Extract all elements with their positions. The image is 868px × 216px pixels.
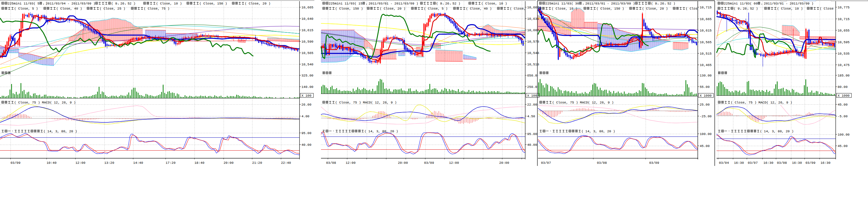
svg-text:( Close, 10 ): ( Close, 10 ) bbox=[552, 7, 577, 10]
svg-text:( Close, 75 ): ( Close, 75 ) bbox=[144, 7, 169, 10]
svg-text:( Close, 75 ) MACD( 12, 26,: ( Close, 75 ) MACD( 12, 26, 9 ) bbox=[335, 101, 397, 104]
svg-text:( 14, 3, 80, 20 ): ( 14, 3, 80, 20 ) bbox=[760, 130, 794, 133]
svg-text:185.00: 185.00 bbox=[838, 74, 850, 77]
svg-text:03/09: 03/09 bbox=[424, 161, 434, 165]
svg-text:325.00: 325.00 bbox=[302, 74, 313, 77]
svg-text:10,665: 10,665 bbox=[700, 17, 712, 21]
svg-text:( Close, 75 ) MACD( 12, 26,: ( Close, 75 ) MACD( 12, 26, 9 ) bbox=[552, 101, 614, 104]
svg-text:10,665: 10,665 bbox=[302, 6, 313, 9]
svg-text:22:40: 22:40 bbox=[281, 161, 291, 165]
svg-text:225mini 11/03( 60: 225mini 11/03( 60 bbox=[724, 2, 758, 5]
svg-text:2011/03/04 - 2011/03/09 ): 2011/03/04 - 2011/03/09 ) bbox=[46, 2, 95, 5]
svg-text:2011/03/01 - 2011/03/09 ): 2011/03/01 - 2011/03/09 ) bbox=[369, 2, 418, 5]
svg-text:80.00: 80.00 bbox=[838, 85, 847, 89]
svg-text:( 9: ( 9 bbox=[734, 7, 740, 10]
svg-text:( Close: ( Close bbox=[819, 7, 833, 10]
svg-text:-5.00: -5.00 bbox=[838, 115, 847, 118]
svg-text:52 ): 52 ) bbox=[667, 2, 675, 5]
svg-text:03/08: 03/08 bbox=[326, 161, 336, 165]
svg-text:03/04: 03/04 bbox=[719, 161, 729, 165]
svg-text:( Close, 150 ): ( Close, 150 ) bbox=[335, 7, 363, 10]
svg-text:( Close, 40 ): ( Close, 40 ) bbox=[466, 7, 492, 10]
svg-text:X 1000: X 1000 bbox=[838, 94, 850, 98]
svg-text:26.00: 26.00 bbox=[302, 103, 311, 107]
svg-text:( 14, 3, 80, 20 ): ( 14, 3, 80, 20 ) bbox=[43, 130, 77, 133]
svg-text:03/09: 03/09 bbox=[805, 161, 815, 165]
svg-text:16:30: 16:30 bbox=[792, 161, 802, 165]
svg-text:95.00: 95.00 bbox=[527, 132, 537, 136]
svg-text:18:40: 18:40 bbox=[194, 161, 205, 165]
svg-text:16:30: 16:30 bbox=[734, 161, 744, 165]
svg-text:10,465: 10,465 bbox=[700, 63, 712, 67]
svg-text:140.00: 140.00 bbox=[302, 85, 313, 89]
svg-text:( 14, 3, 80, 20 ): ( 14, 3, 80, 20 ) bbox=[364, 130, 398, 133]
svg-text:45.00: 45.00 bbox=[838, 103, 847, 107]
svg-text:10,590: 10,590 bbox=[302, 40, 313, 43]
svg-text:( Close, 20 ): ( Close, 20 ) bbox=[642, 7, 668, 10]
svg-text:03/08: 03/08 bbox=[777, 161, 787, 165]
svg-text:40.00: 40.00 bbox=[527, 143, 537, 147]
svg-text:10,565: 10,565 bbox=[700, 40, 712, 44]
svg-text:26: 26 bbox=[743, 7, 747, 10]
svg-text:10,475: 10,475 bbox=[838, 63, 850, 67]
svg-text:03/07: 03/07 bbox=[541, 161, 551, 165]
svg-text:250.0: 250.0 bbox=[527, 85, 537, 89]
svg-text:( Close, 25 ): ( Close, 25 ) bbox=[99, 7, 125, 10]
svg-text:20:00: 20:00 bbox=[499, 161, 509, 165]
svg-text:( Close, 5 ): ( Close, 5 ) bbox=[14, 7, 38, 10]
svg-text:52 ): 52 ) bbox=[452, 2, 460, 5]
svg-text:12:00: 12:00 bbox=[346, 161, 355, 165]
svg-text:10,715: 10,715 bbox=[838, 17, 850, 21]
svg-text:52 ): 52 ) bbox=[750, 7, 758, 10]
svg-text:10,515: 10,515 bbox=[700, 52, 712, 56]
svg-text:( 14, 3, 80, 20 ): ( 14, 3, 80, 20 ) bbox=[581, 130, 615, 133]
svg-text:45.00: 45.00 bbox=[700, 144, 710, 148]
svg-text:10,540: 10,540 bbox=[302, 63, 313, 66]
svg-text:( 9: ( 9 bbox=[436, 2, 442, 5]
svg-text:55.00: 55.00 bbox=[700, 85, 710, 89]
svg-text:( Close, 10 ): ( Close, 10 ) bbox=[156, 2, 182, 5]
svg-text:2011/03/01 - 2011/03/09 ): 2011/03/01 - 2011/03/09 ) bbox=[586, 2, 635, 5]
svg-text:10,640: 10,640 bbox=[302, 17, 313, 21]
svg-text:16:30: 16:30 bbox=[820, 161, 831, 165]
svg-text:( Clos: ( Clos bbox=[686, 7, 698, 10]
svg-text:X 100: X 100 bbox=[527, 94, 537, 98]
svg-text:16:30: 16:30 bbox=[764, 161, 773, 165]
svg-text:40.00: 40.00 bbox=[302, 143, 311, 147]
svg-text:12:00: 12:00 bbox=[449, 161, 459, 165]
svg-text:( Close, 5 ): ( Close, 5 ) bbox=[424, 7, 447, 10]
svg-text:95.00: 95.00 bbox=[302, 132, 311, 135]
svg-text:( Close, 75 ) MACD( 12, 26,: ( Close, 75 ) MACD( 12, 26, 9 ) bbox=[14, 101, 76, 104]
svg-text:( Close, 20 ): ( Close, 20 ) bbox=[245, 2, 271, 5]
svg-text:4.00: 4.00 bbox=[302, 115, 309, 118]
svg-text:100.00: 100.00 bbox=[700, 132, 712, 136]
svg-text:22.00: 22.00 bbox=[527, 103, 537, 107]
svg-text:225mini 11/03( 5: 225mini 11/03( 5 bbox=[8, 2, 40, 5]
svg-text:10,615: 10,615 bbox=[302, 29, 313, 32]
svg-text:13:20: 13:20 bbox=[104, 161, 114, 165]
svg-text:10,565: 10,565 bbox=[302, 51, 313, 55]
svg-text:10,655: 10,655 bbox=[838, 29, 850, 32]
svg-text:10,715: 10,715 bbox=[700, 6, 712, 9]
svg-text:14:40: 14:40 bbox=[133, 161, 143, 165]
svg-text:26: 26 bbox=[121, 2, 124, 5]
svg-text:12:00: 12:00 bbox=[75, 161, 85, 165]
svg-text:2011/03/01 - 2011/03/09 ): 2011/03/01 - 2011/03/09 ) bbox=[764, 2, 814, 5]
svg-text:X 1000: X 1000 bbox=[700, 94, 712, 98]
svg-text:-25.00: -25.00 bbox=[700, 115, 712, 118]
svg-text:100.00: 100.00 bbox=[838, 133, 850, 137]
svg-text:225mini 11/03( 30: 225mini 11/03( 30 bbox=[546, 2, 579, 5]
svg-text:20:00: 20:00 bbox=[224, 161, 234, 165]
svg-text:( Close, 150 ): ( Close, 150 ) bbox=[596, 7, 624, 10]
svg-text:17:20: 17:20 bbox=[165, 161, 176, 165]
svg-text:10,595: 10,595 bbox=[838, 40, 850, 44]
svg-text:130.00: 130.00 bbox=[700, 74, 712, 77]
svg-text:52 ): 52 ) bbox=[127, 2, 135, 5]
svg-text:( Close, 40 ): ( Close, 40 ) bbox=[56, 7, 82, 10]
svg-text:X 100: X 100 bbox=[302, 94, 311, 98]
svg-text:10,775: 10,775 bbox=[838, 6, 850, 9]
svg-text:03/09: 03/09 bbox=[649, 161, 659, 165]
svg-text:( Close, 20 ): ( Close, 20 ) bbox=[380, 7, 405, 10]
svg-text:03/08: 03/08 bbox=[597, 161, 607, 165]
svg-text:( 9: ( 9 bbox=[651, 2, 657, 5]
